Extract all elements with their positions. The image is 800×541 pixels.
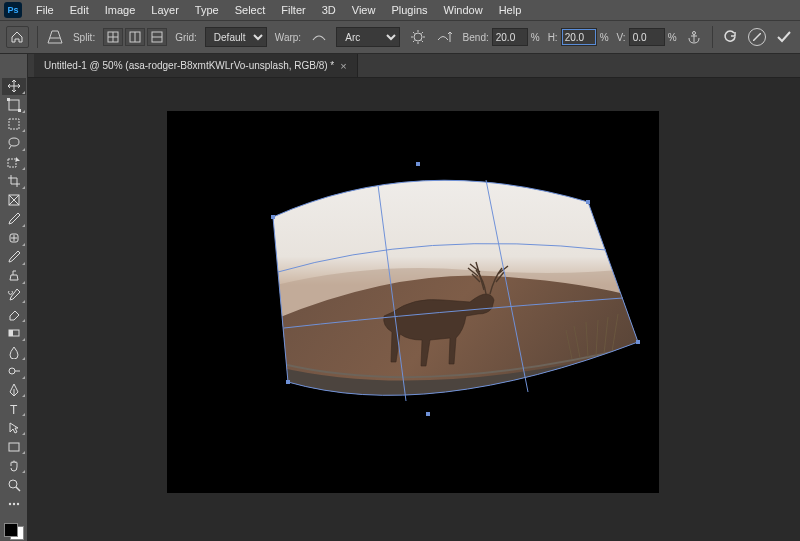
svg-rect-36 xyxy=(9,330,13,336)
artboard-tool[interactable] xyxy=(2,97,26,114)
menu-window[interactable]: Window xyxy=(436,1,491,19)
svg-line-16 xyxy=(421,32,423,34)
menu-file[interactable]: File xyxy=(28,1,62,19)
grid-label: Grid: xyxy=(175,32,197,43)
hand-tool[interactable] xyxy=(2,457,26,474)
menu-view[interactable]: View xyxy=(344,1,384,19)
svg-rect-27 xyxy=(9,119,19,129)
color-swatches[interactable] xyxy=(3,522,25,541)
split-vertical-button[interactable] xyxy=(125,28,145,46)
svg-rect-58 xyxy=(426,412,430,416)
zoom-tool[interactable] xyxy=(2,476,26,493)
separator xyxy=(712,26,713,48)
document-tabs: « Untitled-1 @ 50% (asa-rodger-B8xmtKWLr… xyxy=(0,54,800,78)
menu-select[interactable]: Select xyxy=(227,1,274,19)
svg-point-43 xyxy=(8,503,10,505)
svg-point-41 xyxy=(9,480,17,488)
anchor-icon[interactable] xyxy=(685,27,704,47)
pen-tool[interactable] xyxy=(2,382,26,399)
menu-layer[interactable]: Layer xyxy=(143,1,187,19)
menu-help[interactable]: Help xyxy=(491,1,530,19)
svg-rect-40 xyxy=(9,443,19,451)
quick-select-tool[interactable] xyxy=(2,154,26,171)
warped-image[interactable] xyxy=(168,112,658,492)
blur-tool[interactable] xyxy=(2,344,26,361)
split-horizontal-button[interactable] xyxy=(147,28,167,46)
path-select-tool[interactable] xyxy=(2,419,26,436)
svg-line-13 xyxy=(413,32,415,34)
menu-3d[interactable]: 3D xyxy=(314,1,344,19)
workspace xyxy=(28,78,800,541)
lasso-tool[interactable] xyxy=(2,135,26,152)
menu-plugins[interactable]: Plugins xyxy=(383,1,435,19)
warp-select[interactable]: Arc xyxy=(336,27,400,47)
svg-rect-55 xyxy=(636,340,640,344)
transform-icon[interactable] xyxy=(46,27,65,47)
svg-point-44 xyxy=(12,503,14,505)
menu-edit[interactable]: Edit xyxy=(62,1,97,19)
warp-options-icon[interactable] xyxy=(408,27,427,47)
separator xyxy=(37,26,38,48)
v-field: V: % xyxy=(617,28,677,46)
svg-rect-54 xyxy=(586,200,590,204)
v-input[interactable] xyxy=(629,28,665,46)
bend-label: Bend: xyxy=(463,32,489,43)
cancel-button[interactable] xyxy=(748,27,767,47)
crop-tool[interactable] xyxy=(2,173,26,190)
brush-tool[interactable] xyxy=(2,249,26,266)
svg-rect-53 xyxy=(271,215,275,219)
tools-panel: T xyxy=(0,54,28,541)
eyedropper-tool[interactable] xyxy=(2,211,26,228)
split-crosswise-button[interactable] xyxy=(103,28,123,46)
home-button[interactable] xyxy=(6,26,29,48)
h-label: H: xyxy=(548,32,558,43)
svg-text:T: T xyxy=(10,403,18,416)
bend-field: Bend: % xyxy=(463,28,540,46)
svg-line-15 xyxy=(413,41,415,43)
svg-rect-28 xyxy=(8,159,16,167)
h-input[interactable] xyxy=(561,28,597,46)
percent-suffix: % xyxy=(600,32,609,43)
dodge-tool[interactable] xyxy=(2,363,26,380)
foreground-swatch[interactable] xyxy=(4,523,18,537)
document-tab[interactable]: Untitled-1 @ 50% (asa-rodger-B8xmtKWLrVo… xyxy=(34,54,358,77)
move-tool[interactable] xyxy=(2,78,26,95)
commit-button[interactable] xyxy=(775,27,794,47)
menu-type[interactable]: Type xyxy=(187,1,227,19)
marquee-tool[interactable] xyxy=(2,116,26,133)
warp-arc-icon xyxy=(309,27,328,47)
edit-toolbar-button[interactable] xyxy=(2,495,26,512)
grid-select[interactable]: Default xyxy=(205,27,267,47)
frame-tool[interactable] xyxy=(2,192,26,209)
rectangle-tool[interactable] xyxy=(2,438,26,455)
svg-line-42 xyxy=(16,487,20,491)
eraser-tool[interactable] xyxy=(2,306,26,323)
history-brush-tool[interactable] xyxy=(2,287,26,304)
svg-rect-56 xyxy=(286,380,290,384)
clone-stamp-tool[interactable] xyxy=(2,268,26,285)
app-icon: Ps xyxy=(4,2,22,18)
reset-button[interactable] xyxy=(721,27,740,47)
v-label: V: xyxy=(617,32,626,43)
svg-rect-26 xyxy=(18,109,21,112)
bend-input[interactable] xyxy=(492,28,528,46)
percent-suffix: % xyxy=(531,32,540,43)
tab-title: Untitled-1 @ 50% (asa-rodger-B8xmtKWLrVo… xyxy=(44,60,334,71)
healing-brush-tool[interactable] xyxy=(2,230,26,247)
svg-point-37 xyxy=(9,368,15,374)
gradient-tool[interactable] xyxy=(2,325,26,342)
close-tab-icon[interactable]: × xyxy=(340,60,346,72)
options-bar: Split: Grid: Default Warp: Arc Bend: % H… xyxy=(0,20,800,54)
orientation-button[interactable] xyxy=(435,27,454,47)
svg-line-14 xyxy=(421,41,423,43)
type-tool[interactable]: T xyxy=(2,400,26,417)
menu-filter[interactable]: Filter xyxy=(273,1,313,19)
menu-image[interactable]: Image xyxy=(97,1,144,19)
svg-rect-24 xyxy=(9,100,19,110)
svg-rect-25 xyxy=(7,98,10,101)
svg-rect-57 xyxy=(416,162,420,166)
svg-line-23 xyxy=(753,33,761,41)
h-field: H: % xyxy=(548,28,609,46)
svg-point-20 xyxy=(693,32,696,35)
canvas[interactable] xyxy=(168,112,658,492)
